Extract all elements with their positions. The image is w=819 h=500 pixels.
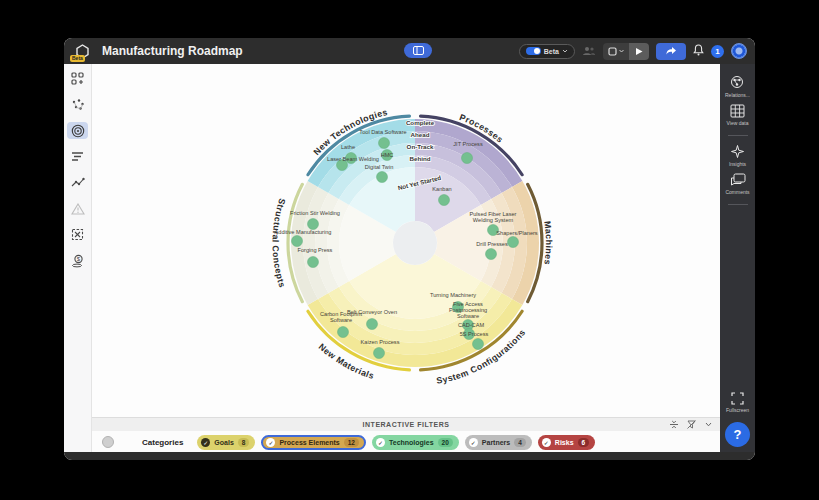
chip-label: Process Elements bbox=[279, 439, 339, 446]
fullscreen-label: Fullscreen bbox=[726, 407, 749, 413]
warning-icon[interactable] bbox=[67, 200, 88, 217]
app-logo[interactable]: Beta bbox=[72, 41, 92, 61]
data-point-label: Tool Data Software bbox=[359, 129, 406, 135]
screen-select-button[interactable] bbox=[603, 43, 629, 60]
data-point-label: Shapers/Planers bbox=[496, 230, 538, 236]
notifications-button[interactable] bbox=[693, 42, 704, 60]
left-sidebar: $ bbox=[64, 64, 92, 452]
filters-header[interactable]: INTERACTIVE FILTERS bbox=[92, 418, 720, 431]
data-point-label: Laser Beam Welding bbox=[327, 156, 379, 162]
data-point[interactable] bbox=[367, 319, 378, 330]
data-point[interactable] bbox=[292, 236, 303, 247]
share-button[interactable] bbox=[656, 43, 686, 60]
check-icon: ✓ bbox=[266, 438, 275, 447]
data-point-label: Drill Presses bbox=[476, 241, 508, 247]
data-point[interactable] bbox=[308, 219, 319, 230]
chart-hub bbox=[393, 221, 437, 265]
investment-icon[interactable]: $ bbox=[67, 252, 88, 269]
collaborators-button[interactable] bbox=[582, 42, 596, 60]
data-point-label: Lathe bbox=[341, 144, 355, 150]
bell-icon bbox=[693, 44, 704, 56]
data-point[interactable] bbox=[486, 249, 497, 260]
filter-chip-partners[interactable]: ✓Partners4 bbox=[465, 435, 532, 450]
data-point[interactable] bbox=[308, 257, 319, 268]
data-point[interactable] bbox=[338, 327, 349, 338]
chip-label: Partners bbox=[482, 439, 510, 446]
chevron-down-icon[interactable] bbox=[705, 422, 712, 427]
dashboard-add-icon[interactable] bbox=[67, 70, 88, 87]
titlebar: Beta Manufacturing Roadmap Beta bbox=[64, 38, 755, 64]
data-point[interactable] bbox=[374, 348, 385, 359]
beta-mode-toggle[interactable]: Beta bbox=[519, 44, 575, 59]
check-icon: ✓ bbox=[201, 438, 210, 447]
filter-chip-risks[interactable]: ✓Risks6 bbox=[538, 435, 595, 450]
chip-count-badge: 20 bbox=[438, 438, 453, 447]
fullscreen-icon bbox=[731, 392, 744, 405]
filter-chip-process-elements[interactable]: ✓Process Elements12 bbox=[261, 435, 366, 450]
data-point[interactable] bbox=[379, 138, 390, 149]
chip-label: Risks bbox=[555, 439, 574, 446]
ring-label: Ahead bbox=[411, 131, 430, 138]
interactive-filters-panel: INTERACTIVE FILTERS Categories ✓Goals8✓P… bbox=[92, 417, 720, 452]
chip-label: Technologies bbox=[389, 439, 434, 446]
sidebar-item-label: Comments bbox=[725, 189, 749, 195]
radar-target-icon[interactable] bbox=[67, 122, 88, 139]
filter-chip-technologies[interactable]: ✓Technologies20 bbox=[372, 435, 459, 450]
data-point-label: Kaizen Process bbox=[361, 339, 400, 345]
chip-count-badge: 4 bbox=[514, 438, 526, 447]
main-canvas: ProcessesJIT ProcessKanbanMachinesPulsed… bbox=[92, 64, 720, 452]
data-point-label: Kanban bbox=[432, 186, 451, 192]
collapse-icon[interactable] bbox=[670, 420, 678, 429]
data-point[interactable] bbox=[377, 172, 388, 183]
data-point[interactable] bbox=[473, 339, 484, 350]
relations-icon bbox=[729, 74, 745, 90]
filter-chip-goals[interactable]: ✓Goals8 bbox=[197, 435, 255, 450]
data-point[interactable] bbox=[439, 195, 450, 206]
view-mode-segmented-control bbox=[603, 43, 649, 60]
help-button[interactable]: ? bbox=[725, 422, 750, 447]
clear-filters-icon[interactable] bbox=[687, 420, 696, 429]
fullscreen-button[interactable]: Fullscreen bbox=[726, 392, 749, 413]
data-point-label: Pulsed Fiber LaserWelding System bbox=[470, 211, 517, 223]
trend-icon[interactable] bbox=[67, 174, 88, 191]
sidebar-item-insights[interactable]: Insights bbox=[729, 144, 746, 167]
board-view-button[interactable] bbox=[404, 43, 432, 58]
window-bottom-edge bbox=[64, 452, 755, 460]
data-point-label: 5S Process bbox=[460, 331, 489, 337]
data-point[interactable] bbox=[508, 237, 519, 248]
roadmap-chart: ProcessesJIT ProcessKanbanMachinesPulsed… bbox=[92, 64, 720, 417]
play-icon bbox=[635, 47, 643, 56]
logo-beta-badge: Beta bbox=[70, 55, 85, 62]
divider bbox=[728, 204, 748, 205]
list-lines-icon[interactable] bbox=[67, 148, 88, 165]
toggle-switch[interactable] bbox=[526, 47, 541, 55]
data-point-label: Additive Manufacturing bbox=[275, 229, 332, 235]
data-point-label: Digital Twin bbox=[365, 164, 394, 170]
sidebar-item-view-data[interactable]: View data bbox=[727, 104, 749, 126]
drag-handle[interactable] bbox=[102, 436, 114, 448]
categories-label: Categories bbox=[142, 438, 183, 447]
avatar[interactable] bbox=[731, 43, 747, 59]
sidebar-item-label: View data bbox=[727, 120, 749, 126]
sector-label: Structural Concepts bbox=[270, 197, 287, 289]
share-arrow-icon bbox=[665, 46, 677, 56]
check-icon: ✓ bbox=[469, 438, 478, 447]
check-icon: ✓ bbox=[376, 438, 385, 447]
chip-count-badge: 8 bbox=[238, 438, 250, 447]
chevron-down-icon bbox=[562, 49, 568, 53]
selection-box-icon[interactable] bbox=[67, 226, 88, 243]
chip-count-badge: 12 bbox=[344, 438, 359, 447]
cluster-icon[interactable] bbox=[67, 96, 88, 113]
sidebar-item-label: Relations... bbox=[725, 92, 750, 98]
ring-label: Behind bbox=[410, 155, 431, 162]
chevron-down-icon bbox=[619, 49, 624, 53]
right-sidebar: Relations... View data Insights Comments… bbox=[720, 64, 755, 452]
play-button[interactable] bbox=[629, 43, 649, 60]
ring-label: Complete bbox=[406, 119, 435, 126]
data-point[interactable] bbox=[462, 153, 473, 164]
sidebar-item-relations[interactable]: Relations... bbox=[725, 74, 750, 98]
data-point-label: Turning Machinery bbox=[430, 292, 476, 298]
sidebar-item-comments[interactable]: Comments bbox=[725, 173, 749, 195]
user-count-badge[interactable]: 1 bbox=[711, 45, 724, 58]
view-data-icon bbox=[730, 104, 745, 118]
